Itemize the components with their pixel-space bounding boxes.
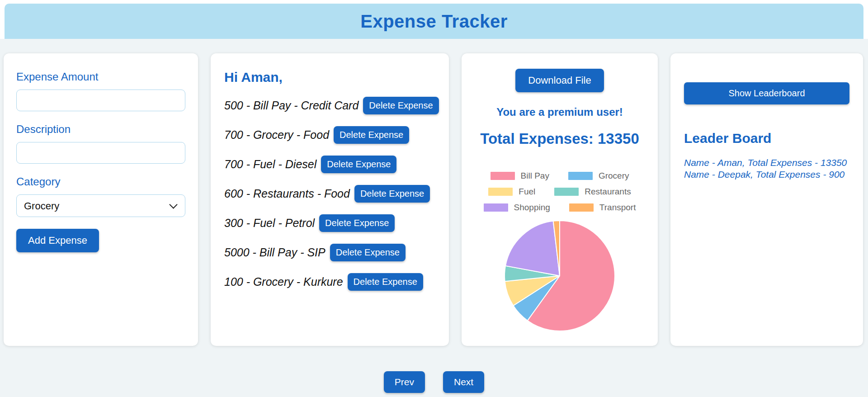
expense-row: 300 - Fuel - Petrol Delete Expense bbox=[224, 214, 435, 232]
legend-row: Shopping Transport bbox=[472, 203, 647, 213]
description-input[interactable] bbox=[16, 142, 185, 164]
legend-label: Fuel bbox=[519, 187, 535, 197]
expense-text: 700 - Fuel - Diesel bbox=[224, 158, 316, 171]
expense-text: 5000 - Bill Pay - SIP bbox=[224, 246, 326, 259]
legend-item-bill-pay[interactable]: Bill Pay bbox=[491, 171, 549, 181]
expense-text: 100 - Grocery - Kurkure bbox=[224, 275, 343, 288]
legend-swatch-restaurants bbox=[554, 188, 579, 196]
legend-label: Restaurants bbox=[585, 187, 631, 197]
leaderboard-heading: Leader Board bbox=[684, 131, 849, 146]
expense-amount-label: Expense Amount bbox=[16, 71, 185, 83]
legend-item-shopping[interactable]: Shopping bbox=[484, 203, 550, 213]
delete-expense-button[interactable]: Delete Expense bbox=[348, 273, 423, 291]
legend-swatch-shopping bbox=[484, 203, 508, 212]
legend-swatch-grocery bbox=[568, 172, 593, 180]
expense-row: 700 - Grocery - Food Delete Expense bbox=[224, 126, 435, 144]
leaderboard-entry: Name - Aman, Total Expenses - 13350 bbox=[684, 157, 849, 169]
expense-list-card: Hi Aman, 500 - Bill Pay - Credit Card De… bbox=[211, 53, 449, 346]
expense-row: 100 - Grocery - Kurkure Delete Expense bbox=[224, 273, 435, 291]
delete-expense-button[interactable]: Delete Expense bbox=[330, 244, 406, 261]
premium-status-text: You are a premium user! bbox=[472, 106, 647, 118]
category-label: Category bbox=[16, 175, 185, 188]
pagination: Prev Next bbox=[0, 371, 868, 393]
expense-text: 600 - Restaurants - Food bbox=[224, 187, 350, 200]
pie-slice-shopping[interactable] bbox=[505, 221, 560, 276]
legend-label: Shopping bbox=[514, 203, 550, 213]
header-wrap: Expense Tracker bbox=[0, 0, 868, 39]
expense-row: 5000 - Bill Pay - SIP Delete Expense bbox=[224, 244, 435, 261]
legend-label: Grocery bbox=[599, 171, 629, 181]
legend-row: Bill Pay Grocery bbox=[472, 171, 647, 181]
app-header: Expense Tracker bbox=[5, 4, 863, 39]
category-select-wrap: Grocery bbox=[16, 194, 185, 217]
description-label: Description bbox=[16, 123, 185, 136]
page-title: Expense Tracker bbox=[360, 11, 508, 32]
add-expense-card: Expense Amount Description Category Groc… bbox=[4, 53, 198, 346]
legend-item-restaurants[interactable]: Restaurants bbox=[554, 187, 631, 197]
summary-card: Download File You are a premium user! To… bbox=[462, 53, 658, 346]
cards-row: Expense Amount Description Category Groc… bbox=[4, 53, 864, 346]
total-expenses-text: Total Expenses: 13350 bbox=[472, 130, 647, 147]
next-page-button[interactable]: Next bbox=[443, 371, 484, 393]
expense-text: 700 - Grocery - Food bbox=[224, 128, 329, 142]
expense-amount-input[interactable] bbox=[16, 90, 185, 111]
greeting-text: Hi Aman, bbox=[224, 70, 435, 85]
download-file-button[interactable]: Download File bbox=[515, 69, 604, 92]
prev-page-button[interactable]: Prev bbox=[384, 371, 425, 393]
chart-legend: Bill Pay Grocery Fuel Restaurants bbox=[472, 171, 647, 213]
main-content: Expense Amount Description Category Groc… bbox=[0, 39, 868, 397]
legend-item-transport[interactable]: Transport bbox=[569, 203, 636, 213]
delete-expense-button[interactable]: Delete Expense bbox=[321, 156, 396, 173]
expense-text: 500 - Bill Pay - Credit Card bbox=[224, 99, 359, 112]
leaderboard-card: Show Leaderboard Leader Board Name - Ama… bbox=[670, 53, 863, 346]
leaderboard-entry: Name - Deepak, Total Expenses - 900 bbox=[684, 169, 849, 180]
expense-text: 300 - Fuel - Petrol bbox=[224, 217, 315, 230]
expense-row: 700 - Fuel - Diesel Delete Expense bbox=[224, 156, 435, 173]
delete-expense-button[interactable]: Delete Expense bbox=[334, 126, 409, 144]
category-select[interactable]: Grocery bbox=[16, 194, 185, 217]
delete-expense-button[interactable]: Delete Expense bbox=[354, 185, 430, 203]
legend-swatch-fuel bbox=[488, 188, 513, 196]
leaderboard-entries: Name - Aman, Total Expenses - 13350 Name… bbox=[684, 157, 849, 180]
show-leaderboard-button[interactable]: Show Leaderboard bbox=[684, 82, 849, 104]
add-expense-button[interactable]: Add Expense bbox=[16, 229, 99, 252]
legend-row: Fuel Restaurants bbox=[472, 187, 647, 197]
expenses-pie-chart[interactable] bbox=[503, 219, 617, 333]
legend-item-grocery[interactable]: Grocery bbox=[568, 171, 629, 181]
legend-swatch-transport bbox=[569, 203, 594, 212]
expense-row: 600 - Restaurants - Food Delete Expense bbox=[224, 185, 435, 203]
pie-chart-wrap bbox=[472, 219, 647, 333]
legend-label: Bill Pay bbox=[521, 171, 549, 181]
expense-row: 500 - Bill Pay - Credit Card Delete Expe… bbox=[224, 97, 435, 114]
legend-label: Transport bbox=[599, 203, 636, 213]
legend-item-fuel[interactable]: Fuel bbox=[488, 187, 535, 197]
delete-expense-button[interactable]: Delete Expense bbox=[319, 214, 395, 232]
delete-expense-button[interactable]: Delete Expense bbox=[363, 97, 439, 114]
legend-swatch-bill-pay bbox=[491, 172, 515, 180]
